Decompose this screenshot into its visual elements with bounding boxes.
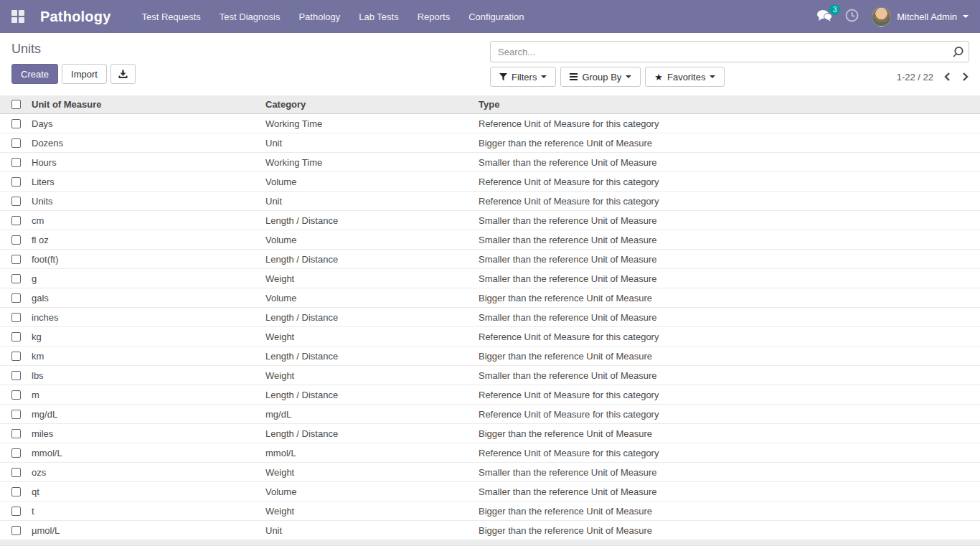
- favorites-label: Favorites: [667, 72, 705, 83]
- cell-unit-of-measure: mg/dL: [29, 409, 263, 420]
- star-icon: ★: [654, 72, 663, 82]
- table-row[interactable]: m Length / Distance Reference Unit of Me…: [0, 385, 980, 405]
- table-row[interactable]: mmol/L mmol/L Reference Unit of Measure …: [0, 443, 980, 463]
- cell-type: Smaller than the reference Unit of Measu…: [476, 467, 980, 478]
- row-checkbox[interactable]: [11, 197, 21, 206]
- caret-down-icon: [541, 75, 547, 78]
- control-panel: Units Create Import: [0, 33, 980, 95]
- cell-unit-of-measure: foot(ft): [29, 254, 263, 265]
- app-brand[interactable]: Pathology: [40, 9, 110, 25]
- table-row[interactable]: lbs Weight Smaller than the reference Un…: [0, 366, 980, 385]
- table-row[interactable]: gals Volume Bigger than the reference Un…: [0, 288, 980, 308]
- table-row[interactable]: km Length / Distance Bigger than the ref…: [0, 347, 980, 366]
- cell-type: Bigger than the reference Unit of Measur…: [476, 506, 980, 517]
- row-checkbox[interactable]: [11, 235, 21, 245]
- table-row[interactable]: Units Unit Reference Unit of Measure for…: [0, 192, 980, 211]
- pager-next-button[interactable]: [961, 72, 969, 82]
- row-checkbox[interactable]: [11, 216, 21, 225]
- cell-category: Length / Distance: [263, 390, 476, 400]
- table-row[interactable]: kg Weight Reference Unit of Measure for …: [0, 327, 980, 347]
- menu-item-test-requests[interactable]: Test Requests: [132, 0, 209, 33]
- filters-dropdown[interactable]: Filters: [490, 67, 556, 87]
- row-checkbox[interactable]: [11, 448, 21, 458]
- row-checkbox[interactable]: [11, 487, 21, 496]
- row-checkbox[interactable]: [11, 274, 21, 283]
- cell-type: Reference Unit of Measure for this categ…: [476, 118, 980, 129]
- user-menu[interactable]: Mitchell Admin: [872, 7, 969, 27]
- column-header-type[interactable]: Type: [476, 99, 980, 110]
- row-checkbox[interactable]: [11, 526, 21, 535]
- menu-item-test-diagnosis[interactable]: Test Diagnosis: [210, 0, 290, 33]
- apps-grid-icon[interactable]: [11, 10, 24, 23]
- export-button[interactable]: [110, 64, 136, 84]
- cell-type: Reference Unit of Measure for this categ…: [476, 196, 980, 207]
- select-all-checkbox[interactable]: [11, 100, 21, 109]
- pager-previous-button[interactable]: [943, 72, 951, 82]
- row-checkbox[interactable]: [11, 158, 21, 167]
- menu-item-lab-tests[interactable]: Lab Tests: [349, 0, 407, 33]
- group-by-dropdown[interactable]: Group By: [560, 67, 641, 87]
- table-row[interactable]: fl oz Volume Smaller than the reference …: [0, 230, 980, 250]
- table-row[interactable]: inches Length / Distance Smaller than th…: [0, 308, 980, 327]
- table-row[interactable]: cm Length / Distance Smaller than the re…: [0, 211, 980, 230]
- row-checkbox[interactable]: [11, 429, 21, 438]
- cell-type: Bigger than the reference Unit of Measur…: [476, 138, 980, 149]
- cell-type: Bigger than the reference Unit of Measur…: [476, 351, 980, 362]
- row-checkbox[interactable]: [11, 332, 21, 342]
- table-row[interactable]: Days Working Time Reference Unit of Meas…: [0, 114, 980, 133]
- cell-unit-of-measure: kg: [29, 331, 263, 342]
- table-row[interactable]: Hours Working Time Smaller than the refe…: [0, 153, 980, 172]
- row-checkbox[interactable]: [11, 371, 21, 380]
- row-checkbox[interactable]: [11, 390, 21, 400]
- funnel-icon: [499, 73, 507, 81]
- cell-category: Weight: [263, 331, 476, 342]
- table-row[interactable]: g Weight Smaller than the reference Unit…: [0, 269, 980, 288]
- table-footer: [0, 540, 980, 546]
- row-checkbox[interactable]: [11, 255, 21, 264]
- import-button[interactable]: Import: [62, 64, 107, 84]
- row-checkbox[interactable]: [11, 293, 21, 303]
- menu-item-configuration[interactable]: Configuration: [459, 0, 533, 33]
- activities-button[interactable]: [845, 9, 859, 25]
- row-checkbox[interactable]: [11, 177, 21, 187]
- row-checkbox[interactable]: [11, 352, 21, 361]
- cell-unit-of-measure: Liters: [29, 176, 263, 187]
- favorites-dropdown[interactable]: ★ Favorites: [645, 67, 725, 87]
- row-checkbox[interactable]: [11, 507, 21, 516]
- table-row[interactable]: t Weight Bigger than the reference Unit …: [0, 501, 980, 521]
- search-input[interactable]: [491, 47, 947, 57]
- search-submit-button[interactable]: [947, 46, 969, 58]
- clock-icon: [845, 9, 859, 22]
- menu-item-pathology[interactable]: Pathology: [289, 0, 349, 33]
- table-row[interactable]: mg/dL mg/dL Reference Unit of Measure fo…: [0, 405, 980, 424]
- cell-type: Reference Unit of Measure for this categ…: [476, 448, 980, 458]
- cell-type: Reference Unit of Measure for this categ…: [476, 176, 980, 187]
- caret-down-icon: [963, 15, 969, 18]
- row-checkbox[interactable]: [11, 138, 21, 148]
- cell-unit-of-measure: inches: [29, 312, 263, 323]
- row-checkbox[interactable]: [11, 313, 21, 322]
- row-checkbox[interactable]: [11, 468, 21, 477]
- messages-button[interactable]: 3: [816, 9, 832, 24]
- table-row[interactable]: ozs Weight Smaller than the reference Un…: [0, 463, 980, 482]
- create-button[interactable]: Create: [11, 64, 58, 84]
- table-row[interactable]: miles Length / Distance Bigger than the …: [0, 424, 980, 443]
- cell-unit-of-measure: g: [29, 273, 263, 284]
- column-header-unit-of-measure[interactable]: Unit of Measure: [29, 99, 263, 110]
- cell-unit-of-measure: cm: [29, 215, 263, 226]
- cell-type: Smaller than the reference Unit of Measu…: [476, 254, 980, 265]
- menu-item-reports[interactable]: Reports: [408, 0, 460, 33]
- table-row[interactable]: µmol/L Unit Bigger than the reference Un…: [0, 521, 980, 540]
- column-header-category[interactable]: Category: [263, 99, 476, 110]
- table-row[interactable]: qt Volume Smaller than the reference Uni…: [0, 482, 980, 501]
- cell-unit-of-measure: gals: [29, 293, 263, 303]
- cell-category: Working Time: [263, 118, 476, 129]
- table-row[interactable]: Liters Volume Reference Unit of Measure …: [0, 172, 980, 192]
- cell-unit-of-measure: lbs: [29, 370, 263, 381]
- row-checkbox[interactable]: [11, 410, 21, 419]
- row-checkbox[interactable]: [11, 119, 21, 128]
- page-title: Units: [11, 42, 490, 57]
- table-row[interactable]: Dozens Unit Bigger than the reference Un…: [0, 133, 980, 153]
- table-row[interactable]: foot(ft) Length / Distance Smaller than …: [0, 250, 980, 269]
- cell-category: Volume: [263, 176, 476, 187]
